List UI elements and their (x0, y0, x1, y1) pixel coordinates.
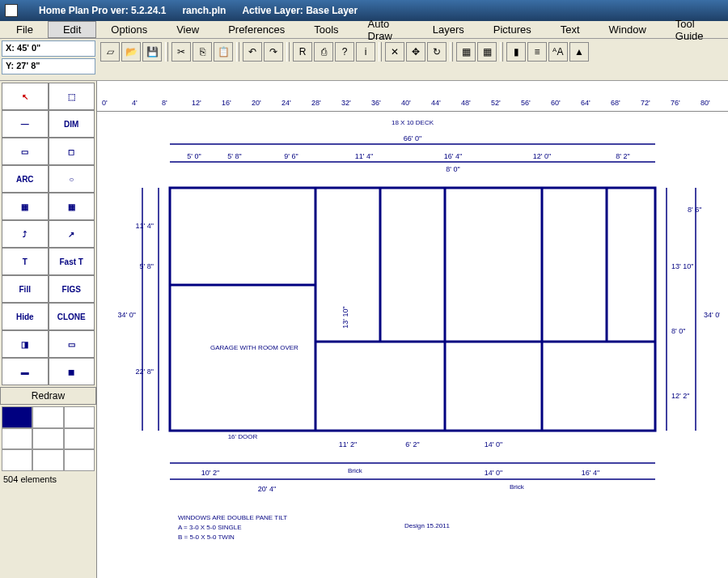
ruler-tick: 48' (461, 99, 471, 107)
ruler-tick: 20' (252, 99, 261, 107)
rotate-button[interactable]: ↻ (427, 42, 447, 62)
select-tool[interactable]: ⬚ (49, 83, 95, 110)
ruler-tick: 80' (700, 99, 710, 107)
menu-pictures[interactable]: Pictures (479, 22, 546, 37)
ruler-tick: 36' (371, 99, 381, 107)
grid-button[interactable]: ▦ (456, 42, 476, 62)
canvas[interactable]: 0'4'8'12'16'20'24'28'32'36'40'44'48'52'5… (97, 81, 728, 578)
copy-button[interactable]: ⎘ (193, 42, 212, 62)
menu-layers[interactable]: Layers (418, 22, 479, 37)
svg-text:8' 6": 8' 6" (688, 206, 701, 214)
text-tool[interactable]: T (2, 248, 49, 275)
svg-text:10' 2": 10' 2" (201, 469, 219, 477)
svg-text:11' 4": 11' 4" (355, 152, 373, 160)
ruler-tick: 44' (431, 99, 441, 107)
side-tool[interactable]: ◨ (2, 330, 49, 358)
app-icon (5, 4, 18, 17)
ruler-tick: 32' (341, 99, 351, 107)
print-button[interactable]: ⎙ (314, 42, 333, 62)
redraw-button[interactable]: Redraw (0, 387, 96, 405)
y-coord: Y: 27' 8" (2, 58, 95, 74)
R-button[interactable]: R (293, 42, 312, 62)
svg-text:20' 4": 20' 4" (258, 485, 276, 493)
svg-text:12' 2": 12' 2" (671, 392, 689, 400)
rgb-button[interactable]: ▮ (506, 42, 526, 62)
svg-text:WINDOWS ARE DOUBLE PANE TILT: WINDOWS ARE DOUBLE PANE TILT (178, 514, 287, 521)
clone-tool[interactable]: CLONE (49, 303, 95, 330)
menu-text[interactable]: Text (546, 22, 595, 37)
svg-text:6' 2": 6' 2" (405, 440, 419, 448)
help-button[interactable]: ? (335, 42, 354, 62)
svg-rect-12 (170, 188, 655, 431)
grid1-tool[interactable]: ▦ (2, 193, 49, 220)
box-tool[interactable]: ◻ (49, 138, 95, 165)
del-button[interactable]: ✕ (385, 42, 404, 62)
ruler-tick: 76' (671, 99, 680, 107)
new-button[interactable]: ▱ (100, 42, 120, 62)
svg-text:13' 10": 13' 10" (341, 306, 349, 328)
menu-file[interactable]: File (2, 22, 48, 37)
svg-text:34' 0": 34' 0" (704, 311, 720, 319)
save-button[interactable]: 💾 (142, 42, 162, 62)
dim-tool[interactable]: DIM (49, 110, 95, 138)
move-button[interactable]: ✥ (406, 42, 425, 62)
svg-text:Brick: Brick (348, 467, 363, 474)
menu-tools[interactable]: Tools (299, 22, 353, 37)
bar-tool[interactable]: ▬ (2, 358, 49, 385)
circle-tool[interactable]: ○ (49, 165, 95, 193)
tool-palette: ↖⬚—DIM▭◻ARC○▦▦⤴↗TFast TFillFIGSHideCLONE… (0, 81, 97, 578)
arc-tool[interactable]: ARC (2, 165, 49, 193)
ruler-tick: 52' (491, 99, 501, 107)
grid2-tool[interactable]: ▦ (49, 193, 95, 220)
svg-text:12' 0": 12' 0" (533, 152, 551, 160)
ruler-tick: 64' (581, 99, 590, 107)
solid-tool[interactable]: ◼ (49, 358, 95, 385)
line-tool[interactable]: — (2, 110, 49, 138)
paste-button[interactable]: 📋 (214, 42, 233, 62)
arrow2-tool[interactable]: ↗ (49, 220, 95, 248)
menu-view[interactable]: View (162, 22, 214, 37)
svg-text:9' 6": 9' 6" (284, 152, 298, 160)
svg-text:5' 0": 5' 0" (187, 152, 201, 160)
highlight-button[interactable]: ▲ (569, 42, 589, 62)
ruler-tick: 4' (132, 99, 138, 107)
svg-text:22' 8": 22' 8" (136, 368, 154, 376)
hide-tool[interactable]: Hide (2, 303, 49, 330)
menu-edit[interactable]: Edit (48, 21, 96, 38)
menu-preferences[interactable]: Preferences (214, 22, 299, 37)
ruler-tick: 56' (521, 99, 531, 107)
svg-text:34' 0": 34' 0" (118, 311, 136, 319)
svg-text:14' 0": 14' 0" (485, 469, 502, 477)
grid2-button[interactable]: ▦ (477, 42, 497, 62)
svg-text:A = 3-0 X 5-0 SINGLE: A = 3-0 X 5-0 SINGLE (178, 524, 241, 531)
curve-tool[interactable]: ⤴ (2, 220, 49, 248)
rect-tool[interactable]: ▭ (2, 138, 49, 165)
open-button[interactable]: 📂 (121, 42, 141, 62)
menu-window[interactable]: Window (595, 22, 661, 37)
ruler-tick: 68' (611, 99, 620, 107)
lines-button[interactable]: ≡ (527, 42, 547, 62)
fill-tool[interactable]: Fill (2, 275, 49, 303)
color-swatch[interactable] (2, 406, 95, 471)
menubar: FileEditOptionsViewPreferencesToolsAuto … (0, 21, 728, 39)
cut-button[interactable]: ✂ (171, 42, 191, 62)
svg-text:16' 4": 16' 4" (582, 469, 599, 477)
floor-plan-drawing[interactable]: 66' 0" 18 X 10 DECK 5' 0"5' 8"9' 6"11' 4… (105, 113, 720, 570)
arrow-tool[interactable]: ↖ (2, 83, 49, 110)
svg-text:16' DOOR: 16' DOOR (228, 433, 258, 440)
ruler-tick: 12' (192, 99, 201, 107)
svg-text:GARAGE WITH ROOM OVER: GARAGE WITH ROOM OVER (210, 344, 298, 351)
shape-tool[interactable]: ▭ (49, 330, 95, 358)
menu-options[interactable]: Options (96, 22, 162, 37)
svg-text:Design 15.2011: Design 15.2011 (404, 522, 451, 529)
figs-tool[interactable]: FIGS (49, 275, 95, 303)
info-button[interactable]: i (356, 42, 375, 62)
AA-button[interactable]: ᴬA (548, 42, 568, 62)
undo-button[interactable]: ↶ (243, 42, 262, 62)
redo-button[interactable]: ↷ (264, 42, 283, 62)
svg-text:8' 0": 8' 0" (671, 327, 685, 335)
svg-text:5' 8": 5' 8" (227, 152, 241, 160)
svg-text:11' 4": 11' 4" (136, 222, 154, 230)
svg-text:5' 8": 5' 8" (140, 262, 154, 270)
fasttext-tool[interactable]: Fast T (49, 248, 95, 275)
